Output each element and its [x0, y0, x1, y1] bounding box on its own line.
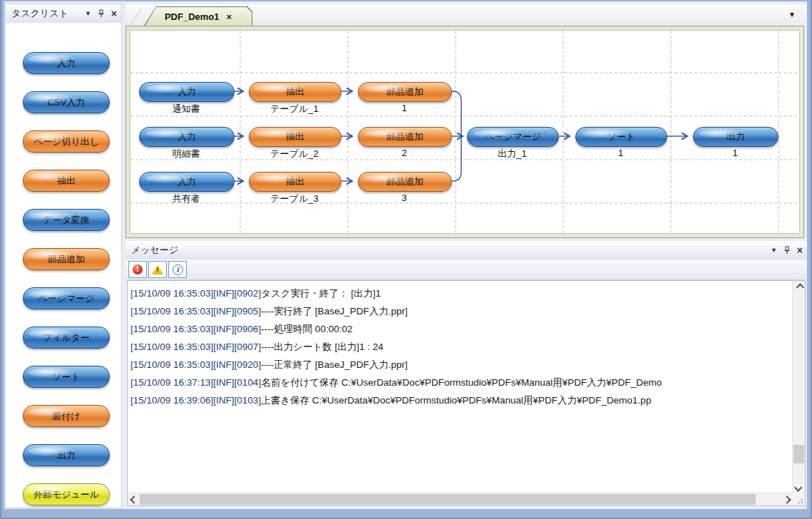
warning-icon: !	[152, 264, 163, 274]
task-button-external-module[interactable]: 外部モジュール	[23, 483, 110, 505]
tab-list-dropdown-icon[interactable]: ▼	[788, 11, 796, 19]
panel-close-icon[interactable]: ×	[111, 9, 117, 19]
task-button-data-convert[interactable]: データ変換	[23, 209, 110, 231]
message-menu-dropdown-icon[interactable]: ▼	[771, 247, 777, 254]
scroll-down-arrow[interactable]	[793, 481, 805, 493]
pin-icon[interactable]	[98, 9, 105, 18]
message-log[interactable]: [15/10/09 16:35:03][INF][0902]タスク実行・終了： …	[128, 281, 793, 493]
tab-pdf-demo1[interactable]: PDF_Demo1 ×	[144, 6, 252, 26]
flow-node-sort[interactable]: ソート	[575, 127, 667, 147]
message-panel-title: メッセージ	[131, 244, 771, 257]
filter-warnings-toggle[interactable]: !	[148, 261, 167, 278]
panel-menu-dropdown-icon[interactable]: ▼	[85, 11, 91, 17]
flow-node-extract-1-name: テーブル_1	[249, 103, 340, 115]
flow-node-extract-2-name: テーブル_2	[249, 148, 340, 160]
task-list-body: 入力 CSV入力 ページ切り出し 抽出 データ変換 部品追加 ページマージ フィ…	[6, 23, 121, 508]
flow-canvas-frame: 入力 通知書 抽出 テーブル_1 部品追加 1 入力 明細書 抽出 テーブル_2…	[125, 26, 804, 238]
task-list-panel: タスクリスト ▼ × 入力 CSV入力 ページ切り出し 抽出 データ変換 部品追…	[6, 4, 121, 508]
scroll-right-arrow[interactable]	[781, 493, 793, 505]
message-close-icon[interactable]: ×	[797, 245, 803, 255]
log-line: [15/10/09 16:35:03][INF][0905]----実行終了 […	[130, 302, 793, 320]
task-button-filter[interactable]: フィルター	[23, 327, 110, 349]
flow-node-input-2-name: 明細書	[139, 148, 233, 160]
log-line: [15/10/09 16:35:03][INF][0907]----出力シート数…	[130, 338, 793, 356]
log-line: [15/10/09 16:37:13][INF][0104]名前を付けて保存 C…	[130, 374, 793, 391]
task-list-header: タスクリスト ▼ ×	[6, 4, 121, 23]
flow-node-parts-add-3[interactable]: 部品追加	[358, 172, 452, 192]
app-window: タスクリスト ▼ × 入力 CSV入力 ページ切り出し 抽出 データ変換 部品追…	[0, 0, 812, 519]
main-area: PDF_Demo1 × ▼	[125, 4, 807, 508]
message-pin-icon[interactable]	[783, 246, 791, 255]
task-button-input[interactable]: 入力	[23, 52, 110, 74]
flow-node-input-1[interactable]: 入力	[139, 82, 235, 102]
flow-node-page-merge[interactable]: ページマージ	[467, 127, 559, 147]
flow-node-extract-3[interactable]: 抽出	[249, 172, 341, 192]
scroll-left-arrow[interactable]	[128, 493, 140, 505]
task-button-imposition[interactable]: 面付け	[23, 405, 110, 427]
log-line: [15/10/09 16:39:06][INF][0103]上書き保存 C:¥U…	[130, 391, 793, 409]
tab-close-icon[interactable]: ×	[226, 11, 232, 22]
message-panel: メッセージ ▼ × ! ! i	[125, 241, 807, 508]
filter-info-toggle[interactable]: i	[168, 261, 187, 278]
flow-node-extract-1[interactable]: 抽出	[249, 82, 341, 102]
scroll-up-arrow[interactable]	[793, 281, 805, 293]
error-icon: !	[133, 264, 143, 274]
task-button-output[interactable]: 出力	[23, 444, 110, 466]
flow-node-input-3[interactable]: 入力	[139, 172, 235, 192]
flow-node-parts-add-2[interactable]: 部品追加	[358, 127, 452, 147]
flow-node-output-name: 1	[693, 148, 777, 158]
tab-label: PDF_Demo1	[165, 11, 220, 22]
app-content: タスクリスト ▼ × 入力 CSV入力 ページ切り出し 抽出 データ変換 部品追…	[4, 1, 807, 509]
flow-node-sort-name: 1	[575, 148, 666, 158]
flow-node-extract-3-name: テーブル_3	[249, 192, 340, 205]
filter-errors-toggle[interactable]: !	[128, 261, 147, 278]
task-list-title: タスクリスト	[11, 7, 85, 20]
flow-node-parts-add-1[interactable]: 部品追加	[358, 82, 452, 102]
log-line: [15/10/09 16:35:03][INF][0902]タスク実行・終了： …	[130, 284, 793, 302]
message-filter-toolbar: ! ! i	[125, 260, 807, 280]
horizontal-scroll-thumb[interactable]	[140, 494, 756, 505]
log-line: [15/10/09 16:35:03][INF][0906]----処理時間 0…	[130, 320, 793, 338]
flow-node-input-2[interactable]: 入力	[139, 127, 235, 147]
flow-node-extract-2[interactable]: 抽出	[249, 127, 341, 147]
task-button-page-extract[interactable]: ページ切り出し	[23, 130, 110, 153]
message-panel-header: メッセージ ▼ ×	[125, 241, 807, 260]
task-button-csv-input[interactable]: CSV入力	[23, 91, 110, 113]
flow-canvas[interactable]: 入力 通知書 抽出 テーブル_1 部品追加 1 入力 明細書 抽出 テーブル_2…	[130, 30, 800, 234]
flow-node-input-1-name: 通知書	[139, 103, 233, 115]
task-button-extract[interactable]: 抽出	[23, 170, 110, 192]
message-log-container: [15/10/09 16:35:03][INF][0902]タスク実行・終了： …	[127, 280, 806, 506]
flow-node-parts-add-2-name: 2	[358, 148, 451, 158]
flow-node-parts-add-1-name: 1	[358, 103, 451, 113]
resize-grip[interactable]	[793, 493, 805, 505]
flow-node-page-merge-name: 出力_1	[467, 148, 557, 160]
info-icon: i	[173, 264, 183, 275]
vertical-scroll-thumb[interactable]	[793, 445, 804, 463]
document-tabstrip: PDF_Demo1 × ▼	[125, 4, 807, 26]
flow-node-output[interactable]: 出力	[693, 127, 778, 147]
task-button-sort[interactable]: ソート	[23, 366, 110, 388]
horizontal-scrollbar[interactable]	[128, 493, 793, 505]
task-button-parts-add[interactable]: 部品追加	[23, 248, 110, 270]
task-button-page-merge[interactable]: ページマージ	[23, 287, 110, 309]
log-line: [15/10/09 16:35:03][INF][0920]----正常終了 […	[130, 356, 793, 374]
flow-node-input-3-name: 共有者	[139, 192, 233, 205]
flow-node-parts-add-3-name: 3	[358, 192, 451, 203]
vertical-scrollbar[interactable]	[792, 281, 805, 493]
